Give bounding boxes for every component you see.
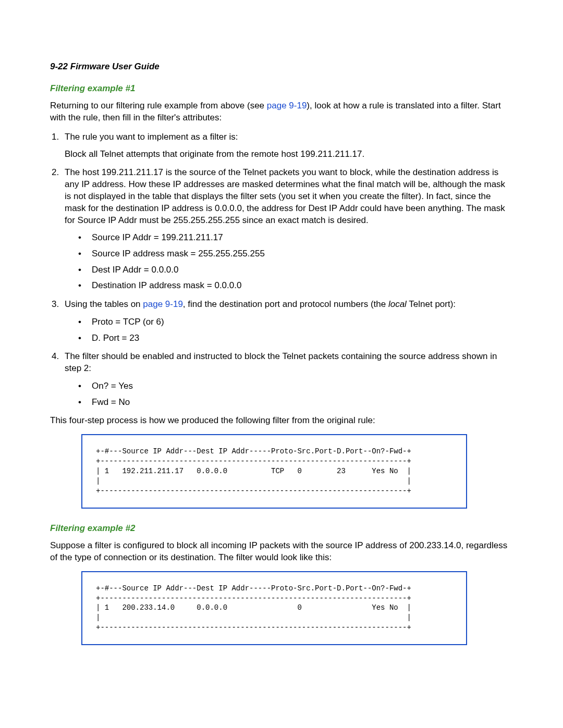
filter-table-1-pre: +-#---Source IP Addr---Dest IP Addr-----…	[96, 447, 452, 496]
step-1: The rule you want to implement as a filt…	[62, 131, 513, 161]
filter-table-1: +-#---Source IP Addr---Dest IP Addr-----…	[81, 434, 467, 508]
text: , find the destination port and protocol…	[183, 299, 388, 309]
steps-list: The rule you want to implement as a filt…	[62, 131, 513, 409]
section1-closing: This four-step process is how we produce…	[50, 415, 513, 427]
link-page-9-19-b[interactable]: page 9-19	[143, 299, 183, 309]
step1-lead: The rule you want to implement as a filt…	[65, 132, 238, 142]
text: Using the tables on	[65, 299, 143, 309]
section2-intro: Suppose a filter is configured to block …	[50, 540, 513, 564]
section-title-2: Filtering example #2	[50, 523, 513, 534]
bullet: D. Port = 23	[78, 332, 513, 345]
filter-table-2: +-#---Source IP Addr---Dest IP Addr-----…	[81, 571, 467, 645]
bullet: Destination IP address mask = 0.0.0.0	[78, 279, 513, 292]
step4-bullets: On? = Yes Fwd = No	[78, 380, 513, 409]
step2-body: The host 199.211.211.17 is the source of…	[65, 167, 505, 225]
text: Returning to our filtering rule example …	[50, 101, 267, 110]
document-page: 9-22 Firmware User Guide Filtering examp…	[0, 0, 563, 728]
step1-body: Block all Telnet attempts that originate…	[65, 149, 513, 161]
italic-local: local	[388, 299, 407, 309]
step-3: Using the tables on page 9-19, find the …	[62, 299, 513, 344]
page-header: 9-22 Firmware User Guide	[50, 61, 513, 72]
step3-bullets: Proto = TCP (or 6) D. Port = 23	[78, 316, 513, 344]
bullet: Source IP Addr = 199.211.211.17	[78, 231, 513, 244]
filter-table-2-pre: +-#---Source IP Addr---Dest IP Addr-----…	[96, 584, 452, 633]
section-title-1: Filtering example #1	[50, 83, 513, 94]
bullet: On? = Yes	[78, 380, 513, 393]
bullet: Fwd = No	[78, 396, 513, 409]
bullet: Source IP address mask = 255.255.255.255	[78, 248, 513, 261]
section1-intro: Returning to our filtering rule example …	[50, 100, 513, 124]
step4-body: The filter should be enabled and instruc…	[65, 351, 497, 373]
step-2: The host 199.211.211.17 is the source of…	[62, 167, 513, 292]
step2-bullets: Source IP Addr = 199.211.211.17 Source I…	[78, 231, 513, 292]
link-page-9-19-a[interactable]: page 9-19	[267, 101, 307, 110]
bullet: Proto = TCP (or 6)	[78, 316, 513, 329]
step-4: The filter should be enabled and instruc…	[62, 351, 513, 409]
text: Telnet port):	[407, 299, 456, 309]
bullet: Dest IP Addr = 0.0.0.0	[78, 264, 513, 277]
